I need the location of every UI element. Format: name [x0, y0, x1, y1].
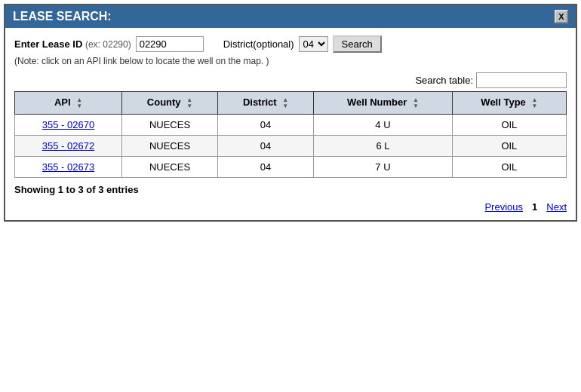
cell-well-type: OIL: [452, 114, 566, 135]
results-table: API ▲▼ County ▲▼ District ▲▼ Well Number…: [14, 91, 567, 178]
pagination: Previous 1 Next: [14, 201, 567, 213]
cell-district: 04: [218, 156, 314, 177]
close-button[interactable]: X: [555, 10, 568, 23]
content-area: Enter Lease ID (ex: 02290) District(opti…: [5, 28, 576, 220]
table-search-input[interactable]: [476, 72, 567, 88]
search-button[interactable]: Search: [333, 35, 382, 53]
cell-district: 04: [218, 114, 314, 135]
cell-well-number: 4 U: [314, 114, 453, 135]
table-row: 355 - 02673 NUECES 04 7 U OIL: [15, 156, 567, 177]
col-county[interactable]: County ▲▼: [121, 92, 217, 115]
search-table-label: Search table:: [415, 75, 473, 86]
col-well-number[interactable]: Well Number ▲▼: [314, 92, 453, 115]
current-page-number[interactable]: 1: [532, 201, 537, 213]
cell-well-type: OIL: [452, 135, 566, 156]
api-link[interactable]: 355 - 02673: [42, 161, 94, 173]
cell-api: 355 - 02670: [15, 114, 122, 135]
table-row: 355 - 02672 NUECES 04 6 L OIL: [15, 135, 567, 156]
table-row: 355 - 02670 NUECES 04 4 U OIL: [15, 114, 567, 135]
showing-entries: Showing 1 to 3 of 3 entries: [14, 184, 567, 195]
cell-county: NUECES: [121, 114, 217, 135]
api-link[interactable]: 355 - 02672: [42, 140, 94, 152]
lease-id-input[interactable]: [136, 36, 204, 52]
county-sort-icon[interactable]: ▲▼: [186, 97, 192, 109]
well-number-sort-icon[interactable]: ▲▼: [413, 97, 419, 109]
col-api[interactable]: API ▲▼: [15, 92, 122, 115]
cell-county: NUECES: [121, 135, 217, 156]
api-link[interactable]: 355 - 02670: [42, 119, 94, 130]
district-select[interactable]: 01 02 03 04 05 06 07 08 09 10: [299, 36, 328, 52]
cell-well-number: 6 L: [314, 135, 453, 156]
col-well-type[interactable]: Well Type ▲▼: [452, 92, 566, 115]
table-search-row: Search table:: [14, 72, 567, 88]
window-title: LEASE SEARCH:: [13, 10, 112, 23]
title-bar: LEASE SEARCH: X: [5, 5, 576, 28]
lease-id-label: Enter Lease ID (ex: 02290): [14, 38, 131, 50]
district-label: District(optional): [223, 38, 294, 50]
cell-api: 355 - 02673: [15, 156, 122, 177]
col-district[interactable]: District ▲▼: [218, 92, 314, 115]
cell-well-type: OIL: [452, 156, 566, 177]
cell-district: 04: [218, 135, 314, 156]
previous-page-link[interactable]: Previous: [484, 201, 523, 213]
well-type-sort-icon[interactable]: ▲▼: [531, 97, 537, 109]
table-header-row: API ▲▼ County ▲▼ District ▲▼ Well Number…: [15, 92, 567, 115]
search-form-row: Enter Lease ID (ex: 02290) District(opti…: [14, 35, 567, 53]
lease-search-window: LEASE SEARCH: X Enter Lease ID (ex: 0229…: [4, 4, 577, 222]
cell-api: 355 - 02672: [15, 135, 122, 156]
note-text: (Note: click on an API link below to loc…: [14, 56, 567, 66]
table-body: 355 - 02670 NUECES 04 4 U OIL 355 - 0267…: [15, 114, 567, 177]
cell-county: NUECES: [121, 156, 217, 177]
cell-well-number: 7 U: [314, 156, 453, 177]
api-sort-icon[interactable]: ▲▼: [76, 97, 82, 109]
next-page-link[interactable]: Next: [546, 201, 567, 213]
lease-id-hint: (ex: 02290): [85, 39, 131, 50]
district-sort-icon[interactable]: ▲▼: [282, 97, 288, 109]
